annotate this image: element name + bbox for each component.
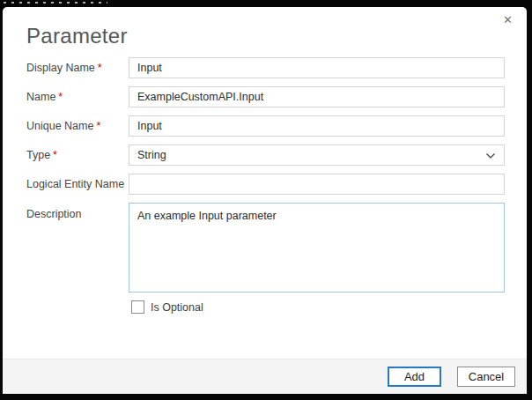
logical-entity-name-label: Logical Entity Name [26,178,124,190]
logical-entity-name-field[interactable] [129,174,505,195]
unique-name-field[interactable] [129,115,505,137]
required-asterisk: * [96,120,100,132]
name-label: Name* [26,91,63,103]
is-optional-checkbox[interactable] [131,300,144,314]
required-asterisk: * [58,91,63,103]
dialog-footer: Add Cancel [3,359,527,394]
required-asterisk: * [53,149,57,161]
parameter-dialog: Parameter ✕ Display Name* Name* Unique N… [3,7,527,394]
name-field[interactable] [129,86,505,107]
type-label: Type* [26,149,57,161]
chevron-down-icon [485,151,496,161]
required-asterisk: * [98,62,102,74]
cancel-button[interactable]: Cancel [457,367,515,387]
background-remnant [4,2,107,4]
type-select-value: String [137,149,166,161]
page-title: Parameter [26,24,128,48]
description-label: Description [26,208,82,220]
type-select[interactable]: String [129,144,505,166]
display-name-label: Display Name* [26,62,102,74]
display-name-field[interactable] [129,57,505,78]
unique-name-label: Unique Name* [26,120,100,132]
is-optional-label: Is Optional [151,301,203,314]
add-button[interactable]: Add [388,367,441,387]
close-icon[interactable]: ✕ [498,11,518,29]
description-field[interactable]: An example Input parameter [129,203,505,293]
